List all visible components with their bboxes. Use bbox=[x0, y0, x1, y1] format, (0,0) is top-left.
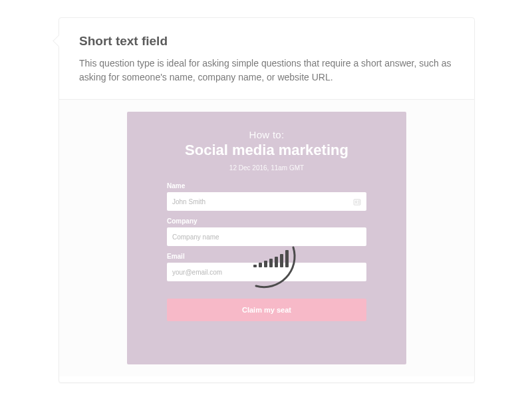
preview-date: 12 Dec 2016, 11am GMT bbox=[167, 164, 366, 172]
card-description: This question type is ideal for asking s… bbox=[79, 57, 452, 84]
preview-eyebrow: How to: bbox=[167, 129, 366, 140]
field-name-label: Name bbox=[167, 182, 366, 190]
preview-area: How to: Social media marketing 12 Dec 20… bbox=[59, 100, 474, 376]
info-card: Short text field This question type is i… bbox=[59, 17, 475, 383]
field-company-label: Company bbox=[167, 217, 366, 225]
contact-card-icon bbox=[353, 197, 361, 205]
form-preview: How to: Social media marketing 12 Dec 20… bbox=[127, 112, 406, 364]
preview-title: Social media marketing bbox=[167, 142, 366, 159]
card-title: Short text field bbox=[79, 34, 454, 49]
field-email: Email bbox=[167, 253, 366, 281]
field-name: Name bbox=[167, 182, 366, 211]
card-header: Short text field This question type is i… bbox=[59, 18, 474, 100]
name-input[interactable] bbox=[167, 192, 366, 211]
svg-point-1 bbox=[355, 201, 356, 202]
email-input[interactable] bbox=[167, 263, 366, 281]
field-email-label: Email bbox=[167, 253, 366, 260]
field-company: Company bbox=[167, 217, 366, 246]
claim-seat-button[interactable]: Claim my seat bbox=[167, 299, 366, 321]
company-input[interactable] bbox=[167, 227, 366, 246]
